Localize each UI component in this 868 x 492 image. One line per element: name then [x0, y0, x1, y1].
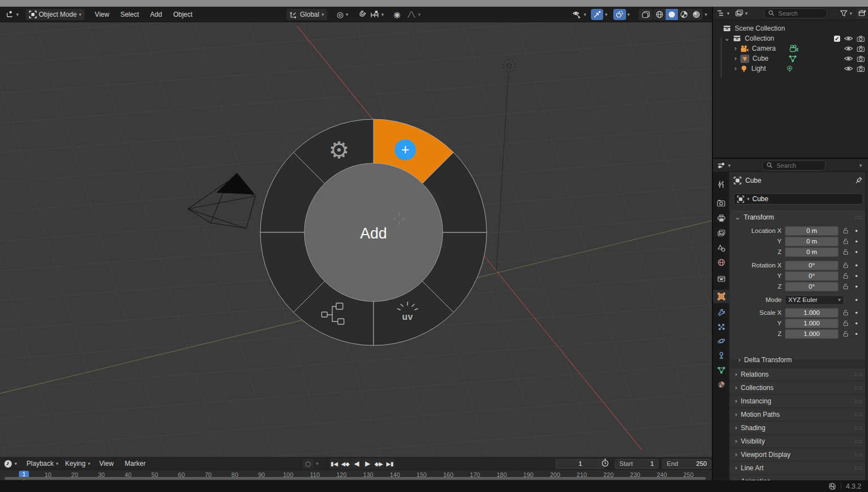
value-field[interactable]: 1.000	[785, 308, 838, 318]
tab-render[interactable]	[713, 196, 729, 210]
collapsed-panel-collections[interactable]: ›Collections∷∷	[730, 382, 867, 394]
animate-dot-icon[interactable]: •	[855, 237, 858, 246]
properties-search-input[interactable]	[775, 162, 821, 169]
lock-icon[interactable]	[842, 330, 849, 339]
value-field[interactable]: 0 m	[785, 247, 838, 257]
tab-particles[interactable]	[713, 320, 729, 334]
lock-icon[interactable]	[842, 283, 849, 291]
collapsed-panel-instancing[interactable]: ›Instancing∷∷	[730, 395, 867, 407]
properties-options-dropdown[interactable]: ▾	[856, 163, 865, 168]
lock-icon[interactable]	[842, 272, 849, 281]
light-object[interactable]	[496, 60, 515, 273]
value-field[interactable]: 1.000	[785, 319, 838, 328]
value-field[interactable]: 0 m	[785, 237, 838, 246]
pivot-point-selector[interactable]: ◎▾	[333, 9, 352, 20]
proportional-editing-toggle[interactable]: ◉	[391, 9, 403, 20]
hide-eye-icon[interactable]	[844, 56, 853, 61]
current-frame-field[interactable]: 1	[556, 459, 605, 469]
outliner-row-collection[interactable]: ⌄ Collection ✓	[713, 33, 868, 43]
new-collection-button[interactable]	[856, 8, 868, 19]
collapsed-panel-shading[interactable]: ›Shading∷∷	[730, 422, 867, 434]
play-button[interactable]: ▶	[362, 459, 373, 469]
outliner-row-light[interactable]: › Light	[713, 64, 868, 74]
timeline-menu-playback[interactable]: Playback▾	[23, 458, 62, 469]
expand-arrow-icon[interactable]: ›	[734, 65, 737, 72]
tab-object[interactable]	[713, 290, 729, 303]
hide-eye-icon[interactable]	[844, 36, 853, 41]
rotation-mode-select[interactable]: XYZ Euler▾	[785, 295, 844, 305]
transform-panel-header[interactable]: ⌄Transform	[735, 213, 774, 221]
shading-material-button[interactable]	[678, 9, 690, 20]
tab-collection[interactable]	[713, 272, 729, 285]
gear-icon[interactable]: ⚙	[328, 137, 350, 164]
panel-grip-icon[interactable]: ∷∷	[854, 385, 862, 391]
disable-render-camera-icon[interactable]	[857, 56, 865, 62]
value-field[interactable]: 0°	[785, 282, 838, 291]
proportional-falloff-selector[interactable]: ▾	[405, 9, 423, 20]
mode-selector[interactable]: Object Mode▾	[26, 9, 85, 20]
properties-search[interactable]	[762, 160, 826, 171]
timeline-menu-marker[interactable]: Marker	[119, 460, 151, 467]
viewport-canvas[interactable]: Add ⚙ + uv	[0, 7, 712, 457]
panel-grip-icon[interactable]: ∷∷	[854, 398, 862, 405]
collapse-arrow-icon[interactable]: ⌄	[724, 35, 730, 42]
transform-orientation-selector[interactable]: Global▾	[287, 9, 327, 20]
outliner-filter-display-selector[interactable]: ▾	[734, 8, 750, 19]
outliner-display-mode-selector[interactable]: ▾	[715, 8, 731, 19]
collapsed-panel-visibility[interactable]: ›Visibility∷∷	[730, 435, 867, 447]
gizmo-toggle[interactable]	[591, 9, 603, 20]
auto-keying-toggle[interactable]: ○	[303, 459, 313, 469]
jump-to-end-button[interactable]: ▶▮	[385, 459, 395, 469]
outliner-filter-button[interactable]: ▾	[838, 8, 854, 19]
animate-dot-icon[interactable]: •	[855, 261, 858, 270]
disable-render-camera-icon[interactable]	[857, 36, 865, 42]
timeline-menu-view[interactable]: View	[94, 460, 119, 467]
panel-grip-icon[interactable]: ∷∷	[854, 372, 862, 378]
previous-keyframe-button[interactable]: ◀◆	[340, 459, 351, 469]
tab-world[interactable]	[713, 256, 729, 269]
tab-modifiers[interactable]	[713, 306, 729, 319]
outliner-row-cube[interactable]: › ▼ Cube	[713, 53, 868, 64]
collection-checkbox[interactable]: ✓	[834, 36, 840, 42]
timeline-menu-keying[interactable]: Keying▾	[62, 458, 94, 469]
timeline-editor-type-button[interactable]: ▾	[2, 458, 19, 469]
overlays-toggle[interactable]	[613, 9, 626, 20]
pin-icon[interactable]	[855, 177, 862, 184]
menu-select[interactable]: Select	[115, 11, 144, 18]
tab-physics[interactable]	[713, 334, 729, 348]
xray-toggle[interactable]	[639, 9, 653, 20]
value-field[interactable]: 1.000	[785, 329, 838, 339]
lock-icon[interactable]	[842, 309, 849, 318]
tab-view-layer[interactable]	[713, 226, 729, 240]
disable-render-camera-icon[interactable]	[857, 46, 865, 52]
panel-grip-icon[interactable]: ∷∷	[854, 425, 862, 431]
menu-object[interactable]: Object	[168, 11, 198, 18]
shading-rendered-button[interactable]	[690, 9, 702, 20]
collapsed-panel-viewport-display[interactable]: ›Viewport Display∷∷	[730, 449, 867, 461]
3d-viewport[interactable]: Add ⚙ + uv	[0, 7, 713, 457]
animate-dot-icon[interactable]: •	[855, 272, 858, 280]
animate-dot-icon[interactable]: •	[855, 296, 858, 304]
disable-render-camera-icon[interactable]	[857, 66, 865, 72]
tab-material[interactable]	[713, 378, 729, 391]
menu-add[interactable]: Add	[144, 11, 167, 18]
shading-dropdown[interactable]: ▾	[702, 9, 710, 20]
properties-editor-type-button[interactable]: ▾	[716, 160, 732, 171]
start-frame-field[interactable]: Start 1	[615, 459, 658, 469]
panel-grip-icon[interactable]: ∷∷	[854, 465, 862, 471]
shading-solid-button[interactable]	[666, 9, 678, 20]
expand-arrow-icon[interactable]: ›	[734, 45, 737, 52]
collapsed-panel-line-art[interactable]: ›Line Art∷∷	[730, 462, 867, 474]
camera-object[interactable]	[188, 173, 255, 228]
collapsed-panel-motion-paths[interactable]: ›Motion Paths∷∷	[730, 408, 867, 421]
panel-grip-icon[interactable]: ∷∷	[855, 215, 864, 221]
selectability-visibility-selector[interactable]: ▾	[569, 9, 590, 20]
animate-dot-icon[interactable]: •	[855, 309, 858, 317]
snap-toggle[interactable]	[356, 9, 368, 20]
lock-icon[interactable]	[842, 238, 849, 246]
hide-eye-icon[interactable]	[844, 46, 853, 51]
end-frame-field[interactable]: End 250	[662, 459, 711, 469]
animate-dot-icon[interactable]: •	[855, 248, 858, 256]
outliner-row-camera[interactable]: › Camera	[713, 43, 868, 53]
play-reverse-button[interactable]: ◀	[351, 459, 362, 469]
